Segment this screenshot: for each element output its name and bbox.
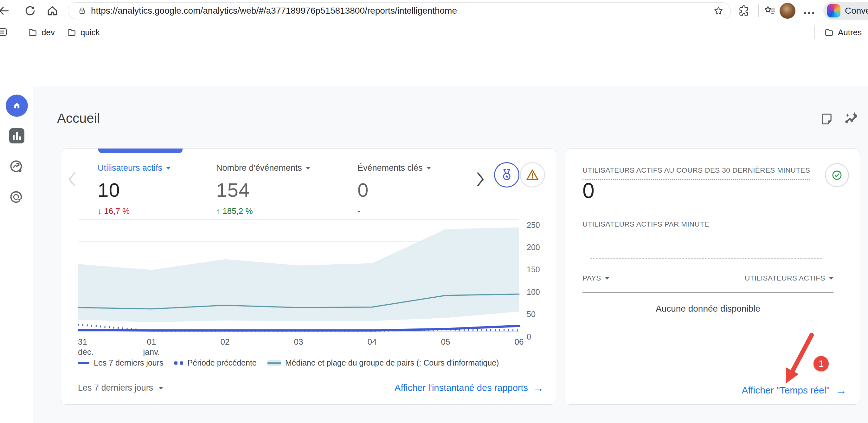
bookmark-label: quick — [81, 28, 100, 37]
per-minute-label: UTILISATEURS ACTIFS PAR MINUTE — [583, 220, 709, 228]
period-selector-label: Les 7 derniers jours — [78, 383, 153, 393]
legend-label: Les 7 derniers jours — [94, 358, 163, 367]
chevron-down-icon — [829, 277, 833, 280]
refresh-icon[interactable] — [24, 5, 36, 17]
svg-text:01: 01 — [147, 337, 156, 346]
bookmark-folder-dev[interactable]: dev — [28, 26, 55, 39]
more-options-icon[interactable] — [803, 7, 815, 19]
svg-text:03: 03 — [294, 337, 303, 346]
address-bar[interactable] — [68, 2, 731, 19]
metric-label: Utilisateurs actifs — [98, 163, 162, 173]
bookmark-folder-quick[interactable]: quick — [67, 26, 100, 39]
metric-label: Nombre d'événements — [216, 163, 302, 173]
metric-delta: ↑ 185,2 % — [216, 206, 330, 216]
reports-icon — [9, 128, 24, 143]
svg-text:06: 06 — [515, 337, 524, 346]
country-column-header[interactable]: PAYS — [583, 274, 610, 282]
nav-home[interactable] — [0, 94, 33, 117]
url-input[interactable] — [91, 6, 713, 16]
browser-toolbar: Conve — [0, 0, 868, 22]
legend-peer-group: Médiane et plage du groupe de pairs (: C… — [268, 358, 499, 367]
carousel-chevron-left-icon[interactable] — [66, 171, 78, 188]
trend-down-icon: ↓ — [98, 206, 102, 216]
other-bookmarks-folder[interactable]: Autres — [824, 26, 862, 39]
realtime-report-link[interactable]: Afficher "Temps réel" → — [742, 384, 847, 397]
carousel-chevron-right-icon[interactable] — [475, 171, 486, 188]
metric-carousel: Utilisateurs actifs 10 ↓ 16,7 % Nombre d… — [98, 163, 471, 217]
per-minute-baseline — [590, 258, 822, 259]
svg-text:200: 200 — [527, 243, 540, 252]
page-title: Accueil — [57, 111, 100, 126]
trend-up-icon: ↑ — [216, 206, 220, 216]
home-icon[interactable] — [46, 5, 58, 17]
realtime-status-badge — [825, 163, 849, 187]
svg-text:04: 04 — [368, 337, 377, 346]
bookmarks-divider — [13, 26, 13, 39]
svg-text:150: 150 — [527, 265, 540, 274]
metric-key-events: Événements clés 0 - — [358, 163, 471, 216]
data-warning-badge[interactable] — [520, 162, 545, 188]
benchmark-medal-badge[interactable] — [494, 162, 519, 188]
table-divider — [583, 292, 833, 293]
metric-selector[interactable]: Événements clés — [358, 163, 471, 173]
nav-reports[interactable] — [0, 128, 33, 143]
svg-text:0: 0 — [527, 332, 531, 341]
svg-text:déc.: déc. — [78, 347, 93, 357]
dotted-line-swatch — [174, 361, 183, 365]
bookmarks-bar: dev quick Autres — [0, 22, 868, 43]
copilot-button[interactable]: Conve — [823, 2, 868, 20]
metric-value: 0 — [358, 179, 471, 201]
svg-text:250: 250 — [527, 221, 540, 229]
svg-text:02: 02 — [221, 337, 230, 346]
explore-icon — [9, 159, 24, 174]
reports-snapshot-link[interactable]: Afficher l'instantané des rapports → — [395, 382, 544, 394]
period-selector[interactable]: Les 7 derniers jours — [78, 383, 163, 393]
overview-card: Utilisateurs actifs 10 ↓ 16,7 % Nombre d… — [61, 148, 556, 404]
active-users-column-header[interactable]: UTILISATEURS ACTIFS — [745, 274, 833, 282]
solid-line-swatch — [78, 362, 89, 364]
metric-value: 10 — [98, 179, 212, 201]
link-label: Afficher l'instantané des rapports — [395, 383, 528, 393]
realtime-active-users: 0 — [583, 178, 594, 203]
link-label: Afficher "Temps réel" — [742, 385, 830, 396]
arrow-right-icon: → — [533, 382, 544, 394]
collections-icon[interactable] — [0, 26, 8, 38]
copilot-label: Conve — [845, 6, 868, 16]
folder-icon — [824, 27, 834, 37]
svg-text:janv.: janv. — [143, 347, 160, 357]
trend-chart: 05010015020025031déc.01janv.0203040506 — [78, 219, 553, 357]
nav-advertising[interactable] — [0, 190, 33, 205]
bookmarks-right-divider — [814, 26, 815, 39]
chevron-down-icon — [427, 167, 431, 169]
svg-text:100: 100 — [527, 287, 540, 297]
chevron-down-icon — [605, 277, 610, 280]
browser-profile-avatar[interactable] — [780, 3, 796, 19]
carousel-scroll-indicator[interactable] — [98, 148, 183, 153]
empty-state-text: Aucune donnée disponible — [583, 304, 833, 314]
other-bookmarks-label: Autres — [838, 28, 862, 37]
metric-label: Événements clés — [358, 163, 423, 173]
page-body: Accueil — [0, 86, 868, 423]
metric-delta: - — [358, 206, 471, 216]
toolbar-divider — [758, 4, 759, 17]
legend-label: Période précédente — [188, 358, 257, 367]
favorite-star-icon[interactable] — [713, 6, 723, 16]
home-active-icon — [6, 94, 28, 117]
realtime-card: UTILISATEURS ACTIFS AU COURS DES 30 DERN… — [565, 148, 860, 404]
chart-legend: Les 7 derniers jours Période précédente … — [78, 358, 499, 367]
insights-icon[interactable] — [844, 112, 859, 126]
advertising-icon — [9, 190, 24, 205]
favorites-list-icon[interactable] — [764, 5, 776, 17]
copilot-icon — [827, 4, 840, 18]
realtime-table-header: PAYS UTILISATEURS ACTIFS — [583, 274, 833, 282]
back-icon[interactable] — [0, 5, 9, 17]
metric-value: 154 — [216, 179, 330, 201]
metric-selector[interactable]: Nombre d'événements — [216, 163, 330, 173]
chevron-down-icon — [159, 387, 163, 389]
nav-explore[interactable] — [0, 159, 33, 174]
metric-event-count: Nombre d'événements 154 ↑ 185,2 % — [216, 163, 330, 216]
metric-selector[interactable]: Utilisateurs actifs — [98, 163, 212, 173]
note-icon[interactable] — [820, 112, 834, 126]
extensions-puzzle-icon[interactable] — [738, 5, 750, 17]
folder-icon — [67, 27, 77, 37]
